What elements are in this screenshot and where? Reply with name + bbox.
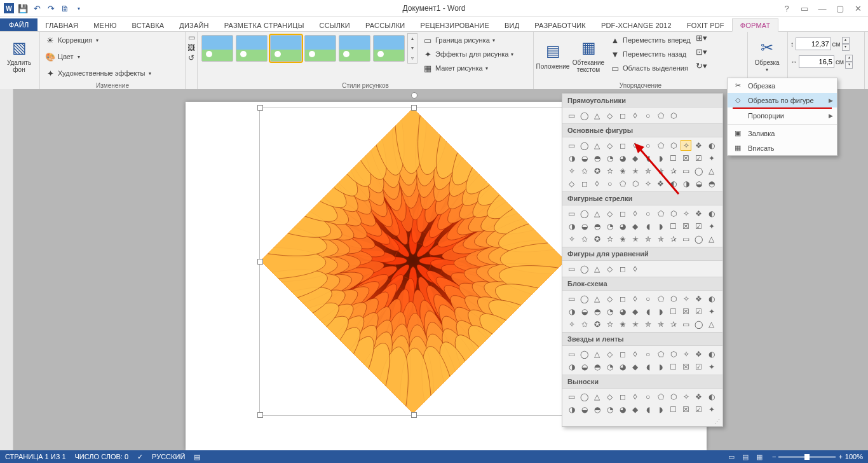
shape-option[interactable]: ☑	[693, 153, 704, 163]
print-layout-icon[interactable]: ▤	[739, 453, 752, 461]
shape-option[interactable]: ◻	[617, 110, 628, 121]
shape-option[interactable]: ◻	[617, 263, 628, 274]
crop-menu-item[interactable]: Пропорции▶	[728, 109, 837, 123]
page-status[interactable]: СТРАНИЦА 1 ИЗ 1	[5, 453, 66, 460]
shape-option[interactable]: ◑	[566, 404, 577, 415]
tab-формат[interactable]: ФОРМАТ	[732, 18, 779, 32]
style-thumb[interactable]	[270, 35, 302, 62]
shape-option[interactable]: ◗	[655, 306, 666, 317]
shape-option[interactable]: ✰	[668, 319, 679, 329]
word-count[interactable]: ЧИСЛО СЛОВ: 0	[75, 453, 129, 460]
shape-option[interactable]: ▭	[566, 349, 577, 359]
shape-option[interactable]: ✮	[642, 233, 653, 244]
shape-option[interactable]: ⬠	[655, 349, 666, 359]
shape-option[interactable]: ▭	[681, 233, 691, 244]
shape-option[interactable]: ◆	[630, 361, 641, 372]
shape-option[interactable]: ◇	[566, 178, 577, 189]
shape-option[interactable]: ✧	[566, 233, 577, 244]
shape-option[interactable]: ✩	[579, 233, 590, 244]
shape-option[interactable]: ✯	[655, 233, 666, 244]
shape-option[interactable]: ✧	[566, 319, 577, 329]
tab-рецензирование[interactable]: РЕЦЕНЗИРОВАНИЕ	[412, 19, 497, 31]
shape-option[interactable]: ◻	[617, 349, 628, 359]
shape-option[interactable]: △	[592, 391, 602, 402]
shape-option[interactable]: ◊	[630, 349, 641, 359]
shape-option[interactable]: ◇	[604, 110, 615, 121]
crop-menu-item[interactable]: ✂Обрезка	[728, 78, 837, 93]
gallery-more-button[interactable]: ▴▾▿	[407, 33, 417, 64]
send-backward-button[interactable]: ▼Переместить назад	[607, 47, 693, 61]
shape-option[interactable]: ◖	[642, 153, 653, 163]
shape-option[interactable]: ✬	[617, 319, 628, 329]
shape-option[interactable]: ▭	[566, 208, 577, 219]
shape-option[interactable]: ◻	[617, 140, 628, 151]
shape-option[interactable]: ✦	[706, 153, 717, 163]
shape-option[interactable]: ◔	[604, 361, 615, 372]
shape-option[interactable]: ⬠	[655, 208, 666, 219]
shape-option[interactable]: ⬡	[668, 110, 679, 121]
group-button[interactable]: ⊡▾	[696, 47, 707, 61]
shape-option[interactable]: ◔	[604, 404, 615, 415]
shape-option[interactable]: ◊	[630, 263, 641, 274]
shape-option[interactable]: ▭	[566, 263, 577, 274]
shape-option[interactable]: ✧	[681, 208, 691, 219]
picture-styles-gallery[interactable]: ▴▾▿	[200, 33, 417, 64]
shape-option[interactable]: ◇	[604, 140, 615, 151]
shape-option[interactable]: ◗	[655, 221, 666, 232]
shape-option[interactable]: ✧	[681, 293, 691, 304]
shape-option[interactable]: ◇	[604, 391, 615, 402]
shape-option[interactable]: ✮	[642, 319, 653, 329]
shape-option[interactable]: ◓	[592, 153, 602, 163]
shape-option[interactable]: ◒	[579, 361, 590, 372]
tab-вставка[interactable]: ВСТАВКА	[125, 19, 172, 31]
crop-button[interactable]: ✂Обрезка▾	[750, 33, 783, 78]
new-doc-icon[interactable]: 🗎	[60, 3, 70, 13]
shape-option[interactable]: ◒	[579, 306, 590, 317]
shape-option[interactable]: ◓	[706, 178, 717, 189]
shape-option[interactable]: ◒	[579, 404, 590, 415]
shape-option[interactable]: ✬	[617, 233, 628, 244]
shape-option[interactable]: ⬠	[617, 178, 628, 189]
zoom-out-icon[interactable]: −	[772, 453, 776, 460]
spin-down[interactable]: ▾	[842, 44, 850, 51]
tab-разработчик[interactable]: РАЗРАБОТЧИК	[527, 19, 593, 31]
shape-option[interactable]: ○	[642, 208, 653, 219]
shape-option[interactable]: ❖	[693, 391, 704, 402]
shape-option[interactable]: ⬡	[668, 391, 679, 402]
shape-option[interactable]: ▭	[566, 293, 577, 304]
shape-option[interactable]: ○	[604, 178, 615, 189]
shape-option[interactable]: ⬡	[668, 208, 679, 219]
shape-option[interactable]: ❖	[693, 349, 704, 359]
undo-icon[interactable]: ↶	[32, 3, 42, 13]
shape-option[interactable]: ✦	[706, 361, 717, 372]
shape-option[interactable]: ☒	[681, 221, 691, 232]
shape-option[interactable]: ◑	[566, 153, 577, 163]
shape-option[interactable]: ◯	[579, 110, 590, 121]
shape-option[interactable]: ◑	[566, 221, 577, 232]
tab-разметка-страницы[interactable]: РАЗМЕТКА СТРАНИЦЫ	[217, 19, 312, 31]
shape-option[interactable]: ⬠	[655, 140, 666, 151]
shape-option[interactable]: ✧	[566, 165, 577, 176]
shape-option[interactable]: ☐	[668, 221, 679, 232]
qat-dropdown-icon[interactable]: ▾	[74, 3, 84, 13]
style-thumb[interactable]	[201, 35, 233, 62]
shape-option[interactable]: ◯	[693, 233, 704, 244]
close-icon[interactable]: ✕	[851, 4, 864, 13]
zoom-in-icon[interactable]: +	[838, 453, 842, 460]
vertical-ruler[interactable]	[0, 89, 13, 450]
zoom-level[interactable]: 100%	[845, 453, 863, 460]
shape-option[interactable]: ☑	[693, 221, 704, 232]
shape-option[interactable]: ◐	[706, 140, 717, 151]
shape-option[interactable]: ◔	[604, 306, 615, 317]
shape-option[interactable]: ◓	[592, 306, 602, 317]
shape-option[interactable]: ◒	[579, 153, 590, 163]
style-thumb[interactable]	[304, 35, 336, 62]
shape-option[interactable]: ◖	[642, 404, 653, 415]
shape-option[interactable]: ◗	[655, 361, 666, 372]
shape-option[interactable]: ✫	[604, 165, 615, 176]
shape-option[interactable]: ✯	[655, 165, 666, 176]
shape-option[interactable]: ◊	[630, 293, 641, 304]
spin-up[interactable]: ▴	[845, 55, 853, 62]
shape-option[interactable]: ☐	[668, 153, 679, 163]
shape-option[interactable]: ◓	[592, 404, 602, 415]
